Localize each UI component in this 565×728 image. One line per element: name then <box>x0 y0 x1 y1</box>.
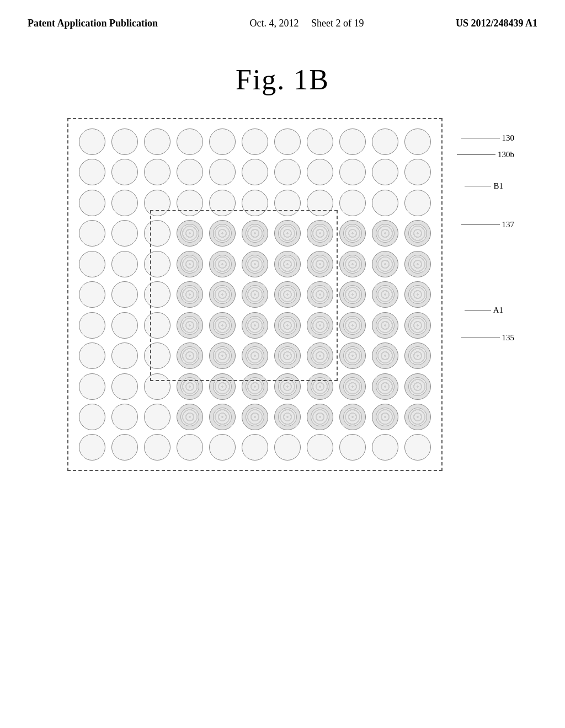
circle-cell <box>206 433 238 462</box>
circle-cell <box>109 249 140 279</box>
circle-cell <box>337 219 369 248</box>
circle-pattern <box>343 255 362 274</box>
empty-circle <box>111 373 138 400</box>
empty-circle <box>404 434 431 461</box>
circle-cell <box>370 311 401 340</box>
circle-cell <box>239 127 270 156</box>
circle-cell <box>337 158 369 187</box>
publication-label: Patent Application Publication <box>28 17 158 30</box>
main-diagram-rect <box>67 118 443 471</box>
filled-circle <box>372 251 398 277</box>
circle-cell <box>141 433 173 462</box>
empty-circle <box>274 159 301 185</box>
filled-circle <box>307 404 333 430</box>
circle-cell <box>370 372 401 401</box>
filled-circle <box>339 220 366 247</box>
filled-circle <box>242 404 268 430</box>
empty-circle <box>111 281 138 308</box>
circle-cell <box>206 158 238 187</box>
filled-circle <box>372 281 398 308</box>
circle-cell <box>337 311 369 340</box>
empty-circle <box>339 434 366 461</box>
circle-pattern <box>343 346 362 365</box>
circle-pattern <box>213 408 232 426</box>
circle-cell <box>370 158 401 187</box>
circle-cell <box>239 402 270 431</box>
empty-circle <box>79 190 105 216</box>
filled-circle <box>372 220 398 247</box>
empty-circle <box>372 159 398 185</box>
circle-cell <box>109 433 140 462</box>
circle-cell <box>272 127 303 156</box>
circle-cell <box>109 372 140 401</box>
circle-pattern <box>408 255 427 274</box>
label-135: 135 <box>461 333 515 342</box>
empty-circle <box>144 129 170 155</box>
sheet-label: Sheet 2 of 19 <box>311 18 364 29</box>
circle-cell <box>337 188 369 217</box>
circle-cell <box>370 402 401 431</box>
empty-circle <box>111 251 138 277</box>
empty-circle <box>111 190 138 216</box>
empty-circle <box>111 342 138 369</box>
circle-cell <box>402 372 434 401</box>
circle-cell <box>370 249 401 279</box>
circle-cell <box>272 402 303 431</box>
empty-circle <box>79 129 105 155</box>
date-label: Oct. 4, 2012 <box>250 18 299 29</box>
empty-circle <box>372 434 398 461</box>
circle-cell <box>76 127 108 156</box>
circle-cell <box>370 188 401 217</box>
filled-circle <box>372 312 398 339</box>
filled-circle <box>339 342 366 369</box>
empty-circle <box>111 312 138 339</box>
circle-pattern <box>376 255 395 274</box>
label-A1: A1 <box>465 306 503 315</box>
circle-pattern <box>343 316 362 335</box>
circle-pattern <box>376 224 395 243</box>
circle-pattern <box>408 224 427 243</box>
empty-circle <box>274 434 301 461</box>
circle-cell <box>402 249 434 279</box>
empty-circle <box>111 434 138 461</box>
circle-cell <box>206 127 238 156</box>
circle-cell <box>337 372 369 401</box>
circle-cell <box>76 341 108 370</box>
filled-circle <box>372 342 398 369</box>
empty-circle <box>404 129 431 155</box>
circle-pattern <box>376 377 395 396</box>
empty-circle <box>339 159 366 185</box>
date-sheet-label: Oct. 4, 2012 Sheet 2 of 19 <box>250 17 364 30</box>
circle-cell <box>402 341 434 370</box>
circle-cell <box>109 280 140 309</box>
filled-circle <box>404 373 431 400</box>
circle-cell <box>337 341 369 370</box>
empty-circle <box>307 159 333 185</box>
empty-circle <box>144 404 170 430</box>
circle-cell <box>402 127 434 156</box>
empty-circle <box>274 129 301 155</box>
diagram-container: 130 130b B1 137 A1 135 <box>67 118 498 473</box>
page-header: Patent Application Publication Oct. 4, 2… <box>0 0 565 30</box>
circle-pattern <box>311 408 329 426</box>
circle-cell <box>76 280 108 309</box>
filled-circle <box>404 312 431 339</box>
empty-circle <box>307 129 333 155</box>
circle-cell <box>109 127 140 156</box>
filled-circle <box>404 220 431 247</box>
circle-cell <box>174 402 205 431</box>
circle-cell <box>206 402 238 431</box>
empty-circle <box>209 434 236 461</box>
circle-pattern <box>408 408 427 426</box>
empty-circle <box>242 159 268 185</box>
empty-circle <box>79 281 105 308</box>
empty-circle <box>111 129 138 155</box>
circle-cell <box>337 433 369 462</box>
circle-cell <box>76 402 108 431</box>
figure-title: Fig. 1B <box>0 63 565 96</box>
circle-cell <box>109 219 140 248</box>
empty-circle <box>111 404 138 430</box>
empty-circle <box>372 129 398 155</box>
circle-cell <box>272 158 303 187</box>
label-130: 130 <box>461 133 515 143</box>
